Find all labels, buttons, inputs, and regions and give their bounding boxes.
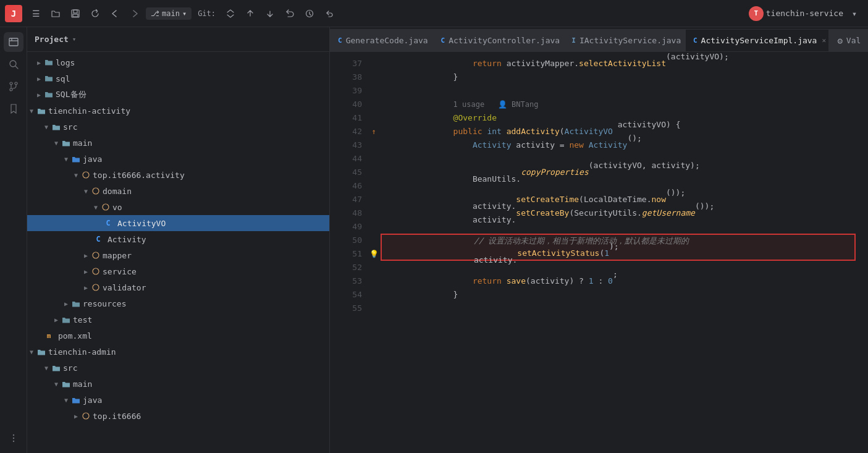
package-icon <box>91 251 100 260</box>
file-tree-panel: Project ▾ ▶ logs ▶ sql ▶ SQL备份 <box>27 27 330 453</box>
branch-label: main <box>162 9 180 18</box>
tree-item-label: java <box>83 396 102 405</box>
username-label: tienchin-service <box>766 9 843 18</box>
tree-item-label: logs <box>56 58 75 67</box>
line-num-44: 44 <box>330 152 362 166</box>
tab-activity-controller[interactable]: C ActivityController.java <box>433 29 564 51</box>
folder-chevron-open-icon: ▼ <box>94 204 98 211</box>
svg-point-14 <box>103 204 109 210</box>
folder-chevron-open-icon: ▼ <box>54 140 58 146</box>
tree-item-logs[interactable]: ▶ logs <box>27 54 329 70</box>
file-tree-header: Project ▾ <box>27 27 329 52</box>
branch-selector[interactable]: ⎇ main ▾ <box>146 7 192 20</box>
tree-item-pom[interactable]: m pom.xml <box>27 328 329 344</box>
folder-chevron-closed-icon: ▶ <box>64 300 68 307</box>
tree-item-label: main <box>73 379 92 389</box>
svg-point-16 <box>93 268 99 274</box>
tree-item-label: SQL备份 <box>56 89 86 100</box>
folder-icon <box>44 74 53 83</box>
tab-activity-service-impl[interactable]: C ActivityServiceImpl.java ✕ <box>685 29 829 51</box>
folder-chevron-closed-icon: ▶ <box>84 268 88 275</box>
tab-close-icon[interactable]: ✕ <box>822 36 826 44</box>
tree-item-resources[interactable]: ▶ resources <box>27 295 329 311</box>
code-line-38: } <box>381 70 868 84</box>
svg-point-9 <box>12 434 14 436</box>
folder-chevron-open-icon: ▼ <box>44 365 48 371</box>
tree-item-admin-pkg[interactable]: ▶ top.it6666 <box>27 408 329 424</box>
history-icon[interactable] <box>301 5 318 22</box>
tree-item-domain[interactable]: ▼ domain <box>27 183 329 199</box>
tree-item-label: tienchin-admin <box>48 347 116 357</box>
tree-item-tienchin-admin[interactable]: ▼ tienchin-admin <box>27 344 329 360</box>
line-num-49: 49 <box>330 220 362 234</box>
package-icon <box>91 283 100 292</box>
tab-validator-partial[interactable]: ⚙ Val <box>829 29 868 51</box>
folder-chevron-icon: ▶ <box>37 59 41 66</box>
back-icon[interactable] <box>106 5 124 22</box>
undo-icon[interactable] <box>321 5 338 22</box>
forward-icon[interactable] <box>126 5 143 22</box>
tree-item-label: pom.xml <box>58 331 92 341</box>
tree-item-src[interactable]: ▼ src <box>27 119 329 135</box>
push-icon[interactable] <box>242 5 259 22</box>
tree-item-admin-java[interactable]: ▼ java <box>27 392 329 408</box>
tree-item-admin-src[interactable]: ▼ src <box>27 360 329 376</box>
save-icon[interactable] <box>67 5 84 22</box>
sidebar-item-project[interactable] <box>4 32 23 52</box>
line-num-48: 48 <box>330 206 362 220</box>
svg-point-11 <box>12 441 14 442</box>
chevron-down-icon: ▾ <box>182 9 187 18</box>
hamburger-icon[interactable]: ☰ <box>27 5 44 22</box>
svg-point-13 <box>93 188 99 194</box>
line-num-55: 55 <box>330 302 362 315</box>
refresh-icon[interactable] <box>86 5 104 22</box>
tree-item-test[interactable]: ▶ test <box>27 311 329 328</box>
line-numbers: 37 38 39 40 41 42 43 44 45 46 47 48 49 5… <box>330 52 367 453</box>
tree-item-main[interactable]: ▼ main <box>27 135 329 151</box>
tree-item-sql[interactable]: ▶ sql <box>27 70 329 87</box>
package-icon <box>82 171 90 179</box>
username-chevron-icon[interactable]: ▾ <box>846 5 863 22</box>
tree-item-java[interactable]: ▼ java <box>27 151 329 167</box>
folder-chevron-open-icon: ▼ <box>64 397 68 404</box>
svg-point-7 <box>15 82 17 85</box>
app-logo: J <box>5 5 22 22</box>
tab-generate-code[interactable]: C GenerateCode.java <box>330 29 433 51</box>
tree-item-vo[interactable]: ▼ vo <box>27 199 329 215</box>
tab-bar: C GenerateCode.java C ActivityController… <box>330 27 868 52</box>
code-content[interactable]: 37 38 39 40 41 42 43 44 45 46 47 48 49 5… <box>330 52 868 453</box>
tab-label: Val <box>846 36 861 45</box>
line-num-47: 47 <box>330 193 362 206</box>
tree-item-pkg-activity[interactable]: ▼ top.it6666.activity <box>27 167 329 183</box>
tree-item-mapper[interactable]: ▶ mapper <box>27 247 329 263</box>
java-class-tab-icon: C <box>338 36 342 44</box>
tree-item-label: Activity <box>107 235 146 244</box>
sidebar-item-vcs[interactable] <box>4 77 23 96</box>
folder-chevron-icon: ▶ <box>37 91 41 98</box>
vcs-arrows-icon[interactable] <box>222 5 239 22</box>
toolbar-right: T tienchin-service ▾ <box>749 5 863 22</box>
svg-point-8 <box>10 88 12 91</box>
sidebar-item-more[interactable] <box>4 428 23 448</box>
folder-chevron-closed-icon: ▶ <box>74 413 78 420</box>
pull-icon[interactable] <box>261 5 279 22</box>
folder-java-icon <box>72 396 80 404</box>
branch-icon: ⎇ <box>151 9 159 18</box>
open-folder-icon[interactable] <box>47 5 64 22</box>
tree-item-activity[interactable]: C Activity <box>27 231 329 247</box>
tree-item-admin-main[interactable]: ▼ main <box>27 376 329 392</box>
tree-item-service[interactable]: ▶ service <box>27 263 329 279</box>
sidebar-item-bookmarks[interactable] <box>4 99 23 119</box>
tree-item-tienchin-activity[interactable]: ▼ tienchin-activity <box>27 103 329 119</box>
tree-item-activityvo[interactable]: C ActivityVO <box>27 215 329 231</box>
package-icon <box>91 267 100 276</box>
tree-item-sql-backup[interactable]: ▶ SQL备份 <box>27 87 329 103</box>
sidebar-item-search[interactable] <box>4 54 23 74</box>
tree-item-label: mapper <box>103 251 132 260</box>
folder-open-icon <box>52 122 61 131</box>
tab-iactivity-service[interactable]: I IActivityService.java <box>563 29 685 51</box>
svg-rect-4 <box>9 38 18 46</box>
folder-chevron-closed-icon: ▶ <box>84 284 88 291</box>
rollback-icon[interactable] <box>281 5 298 22</box>
tree-item-validator[interactable]: ▶ validator <box>27 279 329 295</box>
